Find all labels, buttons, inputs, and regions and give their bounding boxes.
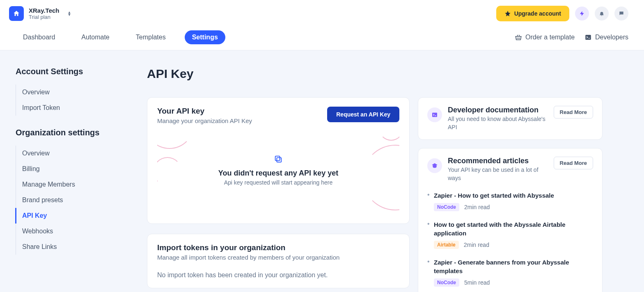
api-key-card: Your API key Manage your organization AP… xyxy=(147,97,410,224)
developer-doc-card: Developer documentation All you need to … xyxy=(418,97,603,140)
copy-icon xyxy=(273,153,284,165)
star-icon xyxy=(504,10,511,17)
org-plan: Trial plan xyxy=(29,14,59,20)
developers-label: Developers xyxy=(595,34,628,41)
basket-icon xyxy=(515,34,522,41)
sidebar-item-manage-members[interactable]: Manage Members xyxy=(15,177,131,192)
upgrade-label: Upgrade account xyxy=(514,10,561,17)
sidebar-item-import-token[interactable]: Import Token xyxy=(15,100,131,116)
settings-sidebar: Account Settings Overview Import Token O… xyxy=(16,67,131,292)
page-title: API Key xyxy=(147,67,628,81)
sidebar-item-api-key[interactable]: API Key xyxy=(15,208,131,224)
upgrade-account-button[interactable]: Upgrade account xyxy=(496,6,569,21)
svg-rect-1 xyxy=(277,157,281,162)
bell-icon[interactable] xyxy=(595,7,609,21)
nav-automate[interactable]: Automate xyxy=(74,30,117,44)
article-item[interactable]: How to get started with the Abyssale Air… xyxy=(427,220,593,249)
sidebar-item-webhooks[interactable]: Webhooks xyxy=(15,224,131,239)
nav-settings[interactable]: Settings xyxy=(185,30,225,44)
developers-link[interactable]: Developers xyxy=(584,34,628,41)
article-tag: Airtable xyxy=(434,241,459,249)
api-empty-state: You didn't request any API key yet Api k… xyxy=(157,124,399,214)
import-tokens-card: Import tokens in your organization Manag… xyxy=(147,234,410,288)
tokens-empty-text: No import token has been created in your… xyxy=(157,271,399,279)
recommended-articles-card: Recommended articles Your API key can be… xyxy=(418,148,603,292)
org-settings-heading: Organization settings xyxy=(16,128,131,137)
decoration-icon xyxy=(157,124,194,149)
article-readtime: 2min read xyxy=(464,242,489,248)
request-api-key-button[interactable]: Request an API Key xyxy=(327,107,399,122)
tokens-card-title: Import tokens in your organization xyxy=(157,243,399,252)
article-list: Zapier - How to get started with Abyssal… xyxy=(427,191,593,287)
rec-card-title: Recommended articles xyxy=(448,157,548,165)
tokens-card-subtitle: Manage all import tokens created by memb… xyxy=(157,254,399,261)
api-empty-title: You didn't request any API key yet xyxy=(218,169,338,178)
top-header: XRay.Tech Trial plan ▲▼ Upgrade account xyxy=(0,0,644,23)
article-tag: NoCode xyxy=(434,278,459,287)
content-area: Account Settings Overview Import Token O… xyxy=(0,50,644,292)
terminal-icon xyxy=(584,34,592,41)
decoration-icon xyxy=(362,145,399,210)
chat-icon[interactable] xyxy=(614,7,628,21)
doc-read-more-button[interactable]: Read More xyxy=(554,106,593,119)
account-settings-heading: Account Settings xyxy=(16,67,131,76)
terminal-icon xyxy=(427,107,442,122)
article-item[interactable]: Zapier - Generate banners from your Abys… xyxy=(427,258,593,287)
nav-templates[interactable]: Templates xyxy=(128,30,173,44)
sidebar-item-brand-presets[interactable]: Brand presets xyxy=(15,192,131,208)
article-readtime: 5min read xyxy=(464,279,490,286)
api-empty-sub: Api key requested will start appearing h… xyxy=(224,179,333,186)
decoration-icon xyxy=(157,157,182,186)
article-title: How to get started with the Abyssale Air… xyxy=(434,220,593,237)
chevron-updown-icon[interactable]: ▲▼ xyxy=(67,11,71,16)
main-nav: Dashboard Automate Templates Settings Or… xyxy=(0,23,644,50)
org-name: XRay.Tech xyxy=(29,7,59,14)
rec-card-subtitle: Your API key can be used in a lot of way… xyxy=(448,166,548,182)
sidebar-item-billing[interactable]: Billing xyxy=(15,161,131,177)
svg-rect-3 xyxy=(432,113,437,117)
sidebar-item-share-links[interactable]: Share Links xyxy=(15,239,131,255)
main-column: API Key Your API key Manage your organiz… xyxy=(147,67,628,292)
order-template-label: Order a template xyxy=(525,34,575,41)
bolt-icon[interactable] xyxy=(575,7,589,21)
org-logo-icon xyxy=(9,6,24,21)
sidebar-item-account-overview[interactable]: Overview xyxy=(15,84,131,100)
article-item[interactable]: Zapier - How to get started with Abyssal… xyxy=(427,191,593,211)
svg-rect-2 xyxy=(275,156,280,160)
nav-dashboard[interactable]: Dashboard xyxy=(16,30,62,44)
decoration-icon xyxy=(379,124,399,141)
article-readtime: 2min read xyxy=(464,204,490,210)
graduation-icon xyxy=(427,158,442,173)
api-card-subtitle: Manage your organization API Key xyxy=(157,117,252,124)
rec-read-more-button[interactable]: Read More xyxy=(554,157,593,169)
doc-card-title: Developer documentation xyxy=(448,106,548,114)
order-template-link[interactable]: Order a template xyxy=(515,34,575,41)
article-title: Zapier - How to get started with Abyssal… xyxy=(434,191,593,200)
article-title: Zapier - Generate banners from your Abys… xyxy=(434,258,593,275)
org-selector[interactable]: XRay.Tech Trial plan ▲▼ xyxy=(9,6,71,21)
sidebar-item-org-overview[interactable]: Overview xyxy=(15,146,131,161)
api-card-title: Your API key xyxy=(157,107,252,116)
svg-rect-0 xyxy=(585,35,591,40)
doc-card-subtitle: All you need to know about Abyssale's AP… xyxy=(448,115,548,131)
article-tag: NoCode xyxy=(434,203,459,211)
